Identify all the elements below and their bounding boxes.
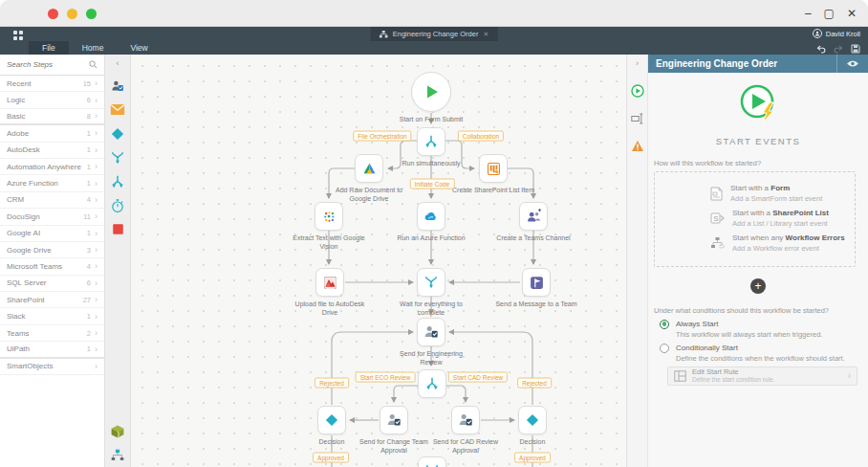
sidebar-item-label: SharePoint: [7, 296, 83, 304]
sidebar-item-sql-server[interactable]: SQL Server6›: [0, 276, 104, 292]
app-grid-icon[interactable]: [13, 31, 23, 40]
sidebar-item-count: 6: [87, 96, 91, 104]
sidebar-item-count: 27: [83, 296, 91, 304]
option-start-with-form[interactable]: Start with a Form Add a SmartForm start …: [710, 184, 855, 204]
radio-selected-icon: [660, 320, 669, 329]
user-menu[interactable]: David Kroll: [813, 29, 860, 38]
node-add-raw-document-google-drive[interactable]: [355, 154, 383, 183]
sidebar-item-label: SmartObjects: [7, 362, 91, 370]
node-send-change-team-approval[interactable]: [380, 406, 408, 434]
node-decision-left[interactable]: [317, 406, 346, 434]
rule-table-icon: [674, 370, 686, 382]
sidebar-item-uipath[interactable]: UiPath1›: [0, 342, 104, 358]
document-tab[interactable]: Engineering Change Order ✕: [371, 27, 498, 41]
merge-icon[interactable]: [109, 149, 126, 167]
redo-icon[interactable]: [834, 45, 843, 54]
search-input[interactable]: [7, 60, 89, 69]
maximize-button[interactable]: ▢: [824, 8, 835, 19]
chevron-right-icon: ›: [95, 195, 98, 205]
menu-home[interactable]: Home: [69, 41, 118, 55]
node-merge-bottom[interactable]: [418, 456, 446, 467]
chevron-right-icon: ›: [95, 128, 98, 138]
sidebar-item-google-drive[interactable]: Google Drive3›: [0, 242, 104, 258]
sharepoint-list-icon: [486, 161, 502, 177]
node-send-engineering-review[interactable]: [417, 318, 445, 346]
rename-tab[interactable]: [629, 110, 645, 126]
minimize-button[interactable]: –: [805, 8, 812, 19]
edit-start-rule-button[interactable]: Edit Start Rule Define the start conditi…: [667, 367, 857, 386]
panel-tab-strip: ›: [626, 55, 648, 467]
chevron-right-icon: ›: [95, 211, 98, 221]
node-start-on-form-submit[interactable]: [411, 72, 451, 112]
envelope-icon[interactable]: [109, 101, 126, 119]
node-decision-right[interactable]: [518, 406, 547, 434]
sidebar-item-recent[interactable]: Recent15›: [0, 76, 104, 92]
node-create-sharepoint-list-item[interactable]: [479, 154, 508, 183]
node-split-reviews[interactable]: [418, 369, 446, 398]
node-run-simultaneously[interactable]: [417, 127, 445, 156]
save-icon[interactable]: [851, 44, 860, 54]
azure-cloud-icon: [423, 208, 440, 225]
close-button[interactable]: ✕: [847, 8, 857, 19]
start-options-box: Start with a Form Add a SmartForm start …: [654, 171, 856, 267]
node-send-message-team[interactable]: [522, 268, 551, 297]
node-send-cad-review-approval[interactable]: [451, 406, 480, 434]
sidebar-item-crm[interactable]: CRM4›: [0, 192, 104, 209]
start-events-tab[interactable]: [629, 82, 645, 99]
traffic-close-dot[interactable]: [48, 9, 58, 19]
sidebar-item-adobe[interactable]: Adobe1›: [0, 125, 104, 142]
sidebar-item-autodesk[interactable]: AutoDesk1›: [0, 143, 104, 159]
workflow-canvas[interactable]: Start on Form SubmitRun simultaneouslyAd…: [131, 55, 626, 467]
sidebar-item-automation-anywhere[interactable]: Automation Anywhere1›: [0, 159, 104, 175]
option-start-on-workflow-errors[interactable]: Start when any Workflow Errors Add a Wor…: [710, 234, 855, 254]
node-create-teams-channel[interactable]: [519, 202, 548, 231]
red-square-icon[interactable]: [109, 221, 126, 238]
chevron-right-icon: ›: [95, 328, 98, 338]
radio-conditionally-start[interactable]: Conditionally Start: [660, 344, 868, 353]
sidebar-item-smartobjects[interactable]: SmartObjects›: [0, 359, 104, 375]
sidebar-item-microsoft-teams[interactable]: Microsoft Teams4›: [0, 258, 104, 275]
errors-tab[interactable]: [629, 138, 645, 154]
sidebar-item-azure-function[interactable]: Azure Function1›: [0, 175, 104, 191]
node-wait-for-everything[interactable]: [417, 268, 445, 297]
steps-sidebar: Recent15›Logic6›Basic8›Adobe1›AutoDesk1›…: [0, 55, 105, 467]
radio-always-start[interactable]: Always Start: [660, 320, 868, 329]
sidebar-item-logic[interactable]: Logic6›: [0, 92, 104, 108]
option-start-with-sharepoint-list[interactable]: S Start with a SharePoint List Add a Lis…: [710, 209, 855, 229]
sidebar-item-count: 1: [87, 312, 91, 321]
properties-panel: Engineering Change Order START EVENTS Ho…: [648, 55, 868, 467]
sidebar-item-google-ai[interactable]: Google AI1›: [0, 226, 104, 242]
timer-icon[interactable]: [109, 197, 126, 214]
cube-icon[interactable]: [109, 423, 126, 440]
tab-close-icon[interactable]: ✕: [483, 31, 488, 38]
sidebar-item-basic[interactable]: Basic8›: [0, 109, 104, 125]
sidebar-item-count: 3: [87, 246, 91, 255]
view-toggle[interactable]: [836, 55, 868, 73]
sidebar-item-teams[interactable]: Teams2›: [0, 325, 104, 342]
collapse-right-icon[interactable]: ›: [636, 58, 639, 68]
traffic-minimize-dot[interactable]: [67, 9, 77, 19]
autodesk-icon: [322, 275, 338, 291]
user-task-icon[interactable]: [109, 78, 126, 95]
node-run-azure-function[interactable]: [417, 202, 445, 231]
add-start-event-button[interactable]: +: [750, 278, 766, 294]
node-extract-text-google-vision[interactable]: [315, 202, 343, 231]
collapse-left-icon[interactable]: ‹: [117, 58, 119, 68]
menu-file[interactable]: File: [29, 41, 69, 55]
undo-icon[interactable]: [816, 45, 826, 54]
search-box[interactable]: [0, 55, 104, 76]
decision-diamond-icon: [524, 411, 541, 429]
sidebar-item-sharepoint[interactable]: SharePoint27›: [0, 292, 104, 308]
sidebar-item-docusign[interactable]: DocuSign11›: [0, 209, 104, 225]
decision-diamond-icon[interactable]: [109, 125, 126, 143]
task-user-icon: [423, 323, 440, 341]
traffic-zoom-dot[interactable]: [86, 9, 97, 19]
split-icon[interactable]: [109, 173, 126, 190]
sidebar-item-slack[interactable]: Slack1›: [0, 308, 104, 324]
sidebar-item-label: UiPath: [7, 345, 87, 353]
sitemap-icon[interactable]: [109, 447, 126, 464]
sidebar-item-label: Google Drive: [7, 246, 87, 255]
node-upload-autodesk-drive[interactable]: [315, 268, 344, 297]
menu-view[interactable]: View: [117, 41, 161, 55]
merge-icon: [423, 462, 441, 467]
